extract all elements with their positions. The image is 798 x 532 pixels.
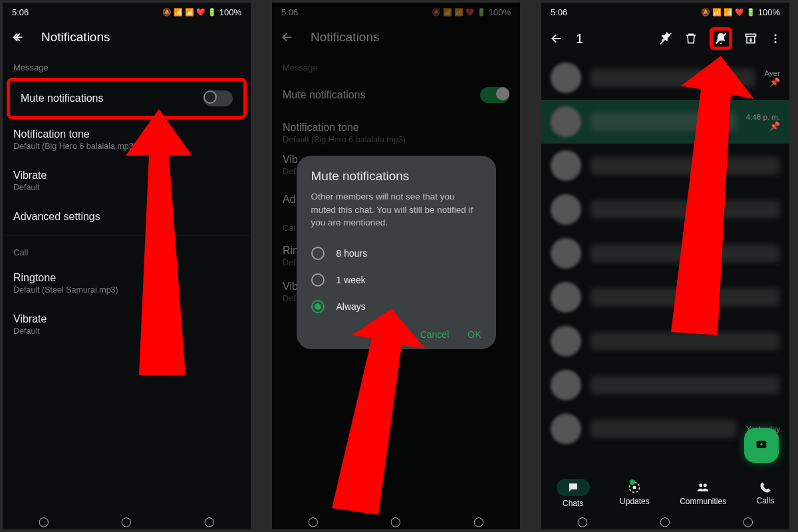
chat-item[interactable]: Ayer📌 [541, 56, 789, 100]
chat-item-selected[interactable]: 4:48 p. m.📌 [541, 100, 789, 144]
notification-tone-row[interactable]: Notification tone Default (Big Hero 6 ba… [3, 119, 251, 160]
clock: 5:06 [551, 7, 567, 17]
new-chat-fab[interactable] [744, 428, 779, 463]
radio-selected-icon [311, 300, 325, 313]
selection-count: 1 [576, 31, 647, 47]
system-navbar: ◯ ◯ ◯ [541, 513, 789, 529]
nav-communities[interactable]: Communities [680, 481, 726, 506]
app-header: Notifications [3, 21, 251, 53]
pin-icon: 📌 [769, 121, 780, 131]
mute-toggle[interactable] [203, 90, 233, 106]
nav-home-icon[interactable]: ◯ [390, 516, 401, 527]
unpin-icon[interactable] [659, 32, 672, 45]
battery-pct: 100% [758, 7, 780, 17]
svg-point-11 [699, 483, 702, 487]
system-navbar: ◯ ◯ ◯ [3, 513, 251, 529]
chat-item[interactable] [541, 275, 789, 319]
battery-pct: 100% [219, 7, 241, 17]
ok-button[interactable]: OK [467, 329, 481, 340]
screenshot-3: 5:06 🔕 📶 📶 ❤️ 🔋 100% 1 [541, 3, 789, 529]
chat-icon [557, 479, 590, 496]
back-icon[interactable] [11, 30, 25, 45]
nav-home-icon[interactable]: ◯ [660, 516, 670, 527]
system-navbar: ◯ ◯ ◯ [272, 513, 520, 529]
svg-point-12 [704, 483, 707, 487]
back-icon[interactable] [549, 31, 564, 46]
screenshot-2: 5:06 🔕 📶 📶 ❤️ 🔋 100% Notifications Messa… [272, 3, 520, 529]
ringtone-row[interactable]: Ringtone Default (Steel Samurai.mp3) [3, 263, 251, 304]
svg-rect-4 [746, 34, 756, 36]
mute-dialog: Mute notifications Other members will no… [297, 156, 496, 349]
communities-icon [696, 481, 710, 494]
nav-recent-icon[interactable]: ◯ [308, 516, 319, 527]
option-8hours[interactable]: 8 hours [311, 240, 481, 267]
chat-item[interactable] [541, 188, 789, 231]
nav-recent-icon[interactable]: ◯ [577, 516, 588, 527]
selection-header: 1 [541, 21, 789, 56]
archive-icon[interactable] [744, 32, 757, 45]
nav-back-icon[interactable]: ◯ [743, 516, 753, 527]
divider [3, 235, 251, 235]
vibrate-call-row[interactable]: Vibrate Default [3, 304, 251, 345]
status-bar: 5:06 🔕 📶 📶 ❤️ 🔋 100% [541, 3, 789, 21]
nav-home-icon[interactable]: ◯ [121, 516, 132, 527]
screenshot-1: 5:06 🔕 📶 📶 ❤️ 🔋 100% Notifications Messa… [3, 3, 251, 529]
cancel-button[interactable]: Cancel [420, 329, 450, 340]
delete-icon[interactable] [684, 32, 698, 45]
clock: 5:06 [12, 7, 29, 17]
section-call: Call [3, 238, 251, 263]
option-always[interactable]: Always [311, 293, 481, 320]
avatar [551, 63, 581, 93]
svg-point-10 [633, 486, 636, 489]
more-icon[interactable] [769, 33, 781, 45]
radio-icon [311, 273, 325, 287]
svg-point-7 [775, 41, 777, 43]
page-title: Notifications [41, 30, 110, 45]
svg-point-5 [775, 34, 777, 36]
vibrate-row[interactable]: Vibrate Default [3, 160, 251, 201]
pin-icon: 📌 [769, 77, 780, 87]
mute-icon-highlighted[interactable] [710, 27, 732, 50]
nav-back-icon[interactable]: ◯ [204, 516, 215, 527]
avatar [551, 106, 581, 137]
chat-item[interactable] [541, 231, 789, 275]
section-message: Message [3, 53, 251, 78]
updates-dot-icon [630, 479, 635, 485]
chat-item[interactable] [541, 319, 789, 363]
chat-item[interactable] [541, 363, 789, 407]
nav-updates[interactable]: Updates [620, 481, 650, 506]
dialog-title: Mute notifications [311, 169, 481, 184]
mute-label: Mute notifications [21, 92, 104, 104]
chat-item[interactable] [541, 144, 789, 188]
calls-icon [759, 481, 771, 493]
status-icons: 🔕 📶 📶 ❤️ 🔋 [701, 8, 755, 17]
advanced-settings-row[interactable]: Advanced settings [3, 201, 251, 232]
option-1week[interactable]: 1 week [311, 267, 481, 293]
bottom-nav: Chats Updates Communities Calls [541, 473, 789, 513]
nav-recent-icon[interactable]: ◯ [39, 516, 49, 527]
radio-icon [311, 247, 325, 260]
nav-back-icon[interactable]: ◯ [473, 516, 484, 527]
status-bar: 5:06 🔕 📶 📶 ❤️ 🔋 100% [3, 3, 251, 21]
nav-chats[interactable]: Chats [557, 479, 590, 508]
mute-notifications-row[interactable]: Mute notifications [7, 78, 247, 119]
dialog-desc: Other members will not see that you mute… [311, 190, 481, 229]
status-icons: 🔕 📶 📶 ❤️ 🔋 [162, 8, 217, 17]
nav-calls[interactable]: Calls [757, 481, 775, 505]
svg-point-6 [775, 38, 777, 40]
